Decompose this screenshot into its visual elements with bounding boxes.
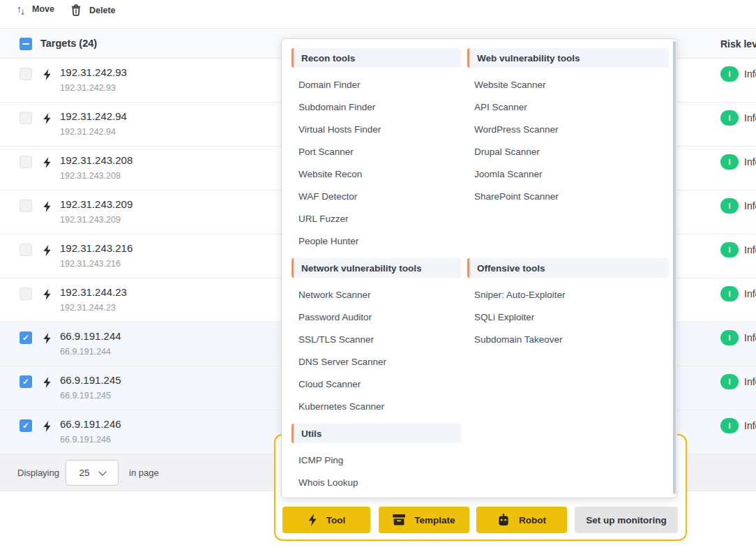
tools-section-header: Network vulnerability tools (292, 258, 461, 278)
target-info: 66.9.191.24466.9.191.244 (60, 329, 121, 357)
target-info: 192.31.244.23192.31.244.23 (60, 285, 127, 313)
tools-menu-section: Network vulnerability toolsNetwork Scann… (292, 258, 461, 417)
risk-level-cell: IInfo (720, 154, 756, 170)
tools-menu-popup: Recon toolsDomain FinderSubdomain Finder… (281, 38, 677, 498)
in-page-label: in page (129, 468, 159, 478)
risk-level-cell: IInfo (720, 110, 756, 126)
target-name[interactable]: 192.31.243.208 (60, 154, 133, 167)
move-button-label: Move (32, 4, 54, 14)
tool-menu-item[interactable]: Joomla Scanner (467, 163, 669, 185)
tool-menu-item[interactable]: SharePoint Scanner (467, 185, 669, 207)
displaying-label: Displaying (17, 468, 59, 478)
monitoring-button-label: Set up monitoring (586, 515, 667, 525)
risk-level-cell: IInfo (720, 374, 756, 389)
risk-level-cell: IInfo (720, 330, 756, 345)
lightning-icon (43, 157, 52, 168)
move-button[interactable]: ↑↓ Move (13, 1, 59, 17)
target-name[interactable]: 66.9.191.245 (60, 373, 121, 387)
select-all-checkbox[interactable] (20, 38, 32, 50)
tool-menu-item[interactable]: Kubernetes Scanner (292, 395, 461, 417)
row-checkbox[interactable] (20, 200, 32, 212)
tools-section-header: Web vulnerability tools (467, 48, 669, 68)
tool-menu-item[interactable]: Subdomain Takeover (467, 328, 669, 350)
target-name[interactable]: 192.31.243.209 (60, 197, 133, 211)
tool-menu-item[interactable]: URL Fuzzer (292, 207, 461, 230)
lightning-icon (43, 377, 52, 388)
tool-menu-item[interactable]: WAF Detector (292, 185, 461, 207)
risk-level-cell: IInfo (720, 198, 756, 214)
tool-menu-item[interactable]: Password Auditor (292, 306, 461, 328)
bulk-actions-toolbar: ↑↓ Move Delete (0, 0, 756, 21)
target-info: 192.31.243.216192.31.243.216 (60, 241, 133, 269)
tool-menu-item[interactable]: Subdomain Finder (292, 96, 461, 118)
lightning-icon (43, 333, 52, 344)
risk-label: Info (744, 200, 756, 211)
target-description: 192.31.242.93 (60, 82, 127, 94)
target-info: 192.31.242.93192.31.242.93 (60, 66, 127, 94)
lightning-icon (43, 289, 52, 300)
target-description: 66.9.191.245 (60, 390, 121, 401)
tool-menu-item[interactable]: SSL/TLS Scanner (292, 328, 461, 350)
risk-badge: I (720, 110, 739, 126)
risk-badge: I (720, 330, 739, 345)
robot-button[interactable]: Robot (476, 507, 567, 533)
row-checkbox[interactable]: ✓ (20, 375, 32, 388)
tool-menu-item[interactable]: SQLi Exploiter (467, 306, 669, 328)
tool-menu-item[interactable]: ICMP Ping (292, 449, 461, 471)
tool-menu-item[interactable]: WordPress Scanner (467, 118, 669, 140)
tool-menu-item[interactable]: Drupal Scanner (467, 140, 669, 163)
target-info: 66.9.191.24566.9.191.245 (60, 373, 121, 401)
risk-badge: I (720, 154, 739, 170)
tool-menu-item[interactable]: Domain Finder (292, 73, 461, 96)
delete-button[interactable]: Delete (67, 1, 120, 19)
target-description: 192.31.243.208 (60, 170, 133, 181)
tool-menu-item[interactable]: API Scanner (467, 96, 669, 118)
row-checkbox[interactable] (20, 288, 32, 300)
table-title: Targets (24) (40, 38, 97, 49)
tool-menu-item[interactable]: Cloud Scanner (292, 373, 461, 395)
template-button[interactable]: Template (379, 507, 469, 533)
risk-level-cell: IInfo (720, 418, 756, 433)
move-arrows-icon: ↑↓ (17, 4, 24, 14)
target-description: 192.31.244.23 (60, 302, 127, 313)
tool-menu-item[interactable]: Website Scanner (467, 73, 669, 96)
tools-section-header: Utils (292, 424, 461, 443)
target-name[interactable]: 192.31.243.216 (60, 241, 133, 255)
target-name[interactable]: 192.31.242.93 (60, 66, 127, 80)
risk-level-cell: IInfo (720, 286, 756, 301)
target-name[interactable]: 192.31.242.94 (60, 110, 127, 124)
tool-menu-item[interactable]: Whois Lookup (292, 471, 461, 493)
popup-scrollbar[interactable] (673, 41, 676, 494)
lightning-icon (43, 69, 52, 80)
page-size-select[interactable]: 25 (66, 460, 119, 486)
set-up-monitoring-button[interactable]: Set up monitoring (575, 507, 678, 533)
tool-menu-item[interactable]: Sniper: Auto-Exploiter (467, 283, 669, 306)
row-checkbox[interactable]: ✓ (20, 331, 32, 344)
tool-button[interactable]: Tool (282, 507, 370, 533)
tool-menu-item[interactable]: Website Recon (292, 163, 461, 185)
tools-section-header: Recon tools (292, 48, 461, 68)
tool-menu-item[interactable]: People Hunter (292, 230, 461, 252)
risk-label: Info (744, 332, 756, 343)
trash-icon (71, 4, 81, 16)
risk-badge: I (720, 198, 739, 214)
target-name[interactable]: 66.9.191.244 (60, 329, 121, 343)
tool-menu-item[interactable]: DNS Server Scanner (292, 350, 461, 373)
row-checkbox[interactable]: ✓ (20, 419, 32, 432)
row-checkbox[interactable] (20, 156, 32, 168)
row-checkbox[interactable] (20, 244, 32, 256)
risk-label: Info (744, 420, 756, 431)
robot-icon (497, 514, 510, 526)
row-checkbox[interactable] (20, 68, 32, 80)
target-description: 66.9.191.244 (60, 346, 121, 357)
robot-button-label: Robot (519, 515, 546, 525)
target-name[interactable]: 66.9.191.246 (60, 417, 121, 431)
tools-menu-section: Web vulnerability toolsWebsite ScannerAP… (467, 48, 669, 252)
tool-menu-item[interactable]: Virtual Hosts Finder (292, 118, 461, 140)
risk-badge: I (720, 374, 739, 389)
tool-menu-item[interactable]: Port Scanner (292, 140, 461, 163)
row-checkbox[interactable] (20, 112, 32, 124)
target-name[interactable]: 192.31.244.23 (60, 285, 127, 299)
lightning-icon (43, 201, 52, 212)
tool-menu-item[interactable]: Network Scanner (292, 283, 461, 306)
